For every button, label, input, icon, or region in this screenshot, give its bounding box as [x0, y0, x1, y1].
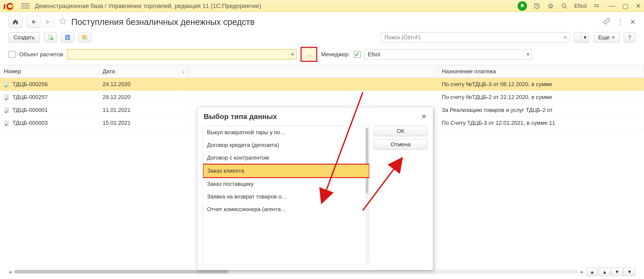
- object-filter-input[interactable]: [68, 51, 288, 58]
- window-maximize-icon[interactable]: ▢: [622, 2, 628, 10]
- ok-button[interactable]: ОК: [374, 126, 428, 136]
- dialog-close-icon[interactable]: ✕: [421, 113, 426, 120]
- page-title: Поступления безналичных денежных средств: [71, 17, 254, 27]
- toolbar: Создать × ▾ Еще▾ ?: [0, 30, 644, 46]
- object-filter-label: Объект расчетов: [19, 51, 63, 58]
- type-list-item[interactable]: Заявка на возврат товаров о…: [203, 190, 369, 203]
- dialog-title: Выбор типа данных: [204, 112, 277, 121]
- create-button[interactable]: Создать: [8, 32, 40, 43]
- object-filter-combo[interactable]: ▾: [67, 49, 297, 60]
- list-button[interactable]: [61, 32, 74, 43]
- scrollbar-thumb[interactable]: [366, 128, 368, 193]
- search-icon[interactable]: [560, 2, 568, 10]
- manager-filter-dropdown-icon[interactable]: ▾: [524, 51, 532, 58]
- nav-back-button[interactable]: [26, 16, 40, 28]
- window-title: Демонстрационная база / Управление торго…: [35, 3, 261, 10]
- close-page-icon[interactable]: ✕: [630, 18, 636, 26]
- scroll-left-icon[interactable]: ◂: [8, 268, 12, 275]
- type-list[interactable]: Выкуп возвратной тары у по…Договор креди…: [203, 126, 370, 265]
- nav-last-icon[interactable]: ▾: [624, 267, 636, 276]
- sort-indicator-icon: ↓: [182, 68, 185, 75]
- link-icon[interactable]: [603, 18, 610, 27]
- scrollbar-vertical[interactable]: [365, 127, 369, 264]
- document-icon: [4, 81, 10, 87]
- window-close-icon[interactable]: ✕: [636, 2, 641, 10]
- hamburger-icon[interactable]: [21, 2, 30, 10]
- logo-1c: [3, 2, 16, 10]
- notifications-icon[interactable]: [518, 1, 527, 11]
- window-minimize-icon[interactable]: —: [608, 2, 615, 10]
- period-button[interactable]: [78, 32, 91, 43]
- cancel-button[interactable]: Отмена: [374, 139, 428, 149]
- settings-icon[interactable]: [593, 2, 600, 10]
- type-list-item[interactable]: Заказ клиента: [203, 164, 370, 178]
- nav-prev-icon[interactable]: ▴: [598, 267, 610, 276]
- document-icon: [4, 107, 10, 113]
- manager-filter-value: Efsol: [365, 51, 524, 58]
- more-menu-icon[interactable]: ⋮: [617, 18, 624, 26]
- filter-row: Объект расчетов ▾ ... Менеджер: Efsol ▾: [0, 46, 644, 65]
- user-label[interactable]: Efsol: [574, 3, 587, 9]
- object-filter-checkbox[interactable]: [8, 51, 16, 58]
- manager-filter-label: Менеджер:: [321, 51, 350, 58]
- search-dropdown-icon[interactable]: ▾: [581, 32, 589, 43]
- manager-filter-checkbox[interactable]: [354, 51, 361, 58]
- highlight-box-ellipsis: ...: [300, 47, 317, 62]
- page-header: Поступления безналичных денежных средств…: [0, 12, 644, 30]
- nav-next-icon[interactable]: ▾: [611, 267, 623, 276]
- help-button[interactable]: ?: [624, 32, 636, 43]
- search-button[interactable]: [574, 32, 581, 43]
- col-number[interactable]: Номер: [0, 65, 99, 78]
- type-list-item[interactable]: Заказ поставщику: [203, 178, 369, 190]
- svg-point-0: [562, 4, 566, 7]
- object-select-button[interactable]: ...: [302, 49, 315, 60]
- col-purpose[interactable]: Назначение платежа: [438, 65, 644, 78]
- create-from-button[interactable]: [44, 32, 57, 43]
- search-input[interactable]: [381, 34, 561, 41]
- type-list-item[interactable]: Договор с контрагентом: [203, 151, 369, 164]
- nav-forward-button[interactable]: [40, 16, 54, 28]
- document-icon: [4, 120, 10, 126]
- nav-first-icon[interactable]: ▴: [586, 267, 598, 276]
- table-row[interactable]: ТДЦБ-00025729.12.2020По счету №ТДЦБ-2 от…: [0, 91, 644, 104]
- manager-filter-combo[interactable]: Efsol ▾: [364, 49, 532, 60]
- select-type-dialog: Выбор типа данных ✕ Выкуп возвратной тар…: [197, 107, 433, 270]
- scrollbar-horizontal[interactable]: [14, 269, 578, 274]
- search-box[interactable]: ×: [381, 32, 570, 43]
- scroll-right-icon[interactable]: ▸: [581, 268, 584, 275]
- more-button[interactable]: Еще▾: [593, 32, 620, 43]
- search-clear-icon[interactable]: ×: [561, 33, 570, 42]
- object-filter-dropdown-icon[interactable]: ▾: [288, 51, 296, 58]
- document-icon: [4, 94, 10, 100]
- type-list-item[interactable]: Отчет комиссионера (агента…: [203, 203, 369, 216]
- window-titlebar: Демонстрационная база / Управление торго…: [0, 0, 644, 12]
- history-icon[interactable]: [533, 2, 541, 10]
- scrollbar-h-thumb[interactable]: [14, 270, 228, 273]
- type-list-item[interactable]: Договор кредита (депозита): [203, 139, 369, 151]
- favorite-toggle-icon[interactable]: [58, 17, 67, 27]
- home-button[interactable]: [8, 16, 22, 28]
- star-icon[interactable]: [547, 2, 554, 10]
- col-mid[interactable]: [189, 65, 438, 78]
- table-row[interactable]: ТДЦБ-00025624.12.2020По счету №ТДЦБ-3 от…: [0, 78, 644, 91]
- table-header: Номер Дата↓ Назначение платежа: [0, 65, 644, 78]
- col-date[interactable]: Дата↓: [99, 65, 189, 78]
- type-list-item[interactable]: Выкуп возвратной тары у по…: [203, 126, 369, 139]
